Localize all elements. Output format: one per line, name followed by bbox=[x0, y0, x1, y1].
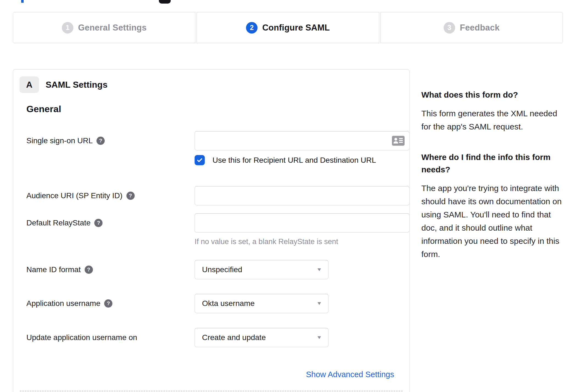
audience-uri-input[interactable] bbox=[195, 186, 410, 205]
sidebar-heading-what: What does this form do? bbox=[421, 89, 565, 101]
wizard-stepper: 1 General Settings 2 Configure SAML 3 Fe… bbox=[13, 12, 563, 43]
chevron-down-icon: ▼ bbox=[316, 301, 322, 306]
recipient-url-checkbox-row: Use this for Recipient URL and Destinati… bbox=[195, 155, 410, 165]
step-number-badge: 3 bbox=[444, 22, 455, 34]
name-id-format-value: Unspecified bbox=[202, 265, 242, 274]
chevron-down-icon: ▼ bbox=[316, 267, 322, 272]
general-group-title: General bbox=[26, 104, 61, 114]
audience-uri-label: Audience URI (SP Entity ID) bbox=[26, 191, 123, 200]
section-dashed-divider bbox=[20, 391, 403, 391]
update-app-username-value: Create and update bbox=[202, 333, 266, 342]
update-app-username-select[interactable]: Create and update ▼ bbox=[195, 328, 328, 347]
name-id-format-select[interactable]: Unspecified ▼ bbox=[195, 260, 328, 279]
update-app-username-label: Update application username on bbox=[26, 333, 137, 342]
step-number-badge: 1 bbox=[62, 22, 73, 34]
chevron-down-icon: ▼ bbox=[316, 335, 322, 340]
recipient-url-checkbox-label: Use this for Recipient URL and Destinati… bbox=[212, 156, 376, 165]
step-number-badge: 2 bbox=[246, 22, 258, 34]
configure-saml-page: 1 General Settings 2 Configure SAML 3 Fe… bbox=[0, 0, 575, 392]
step-label: Feedback bbox=[460, 23, 500, 33]
sidebar-body-where: The app you're trying to integrate with … bbox=[421, 182, 565, 261]
help-icon[interactable]: ? bbox=[96, 137, 105, 145]
recipient-url-checkbox[interactable] bbox=[195, 155, 205, 165]
sso-url-label: Single sign-on URL bbox=[26, 136, 93, 145]
step-label: Configure SAML bbox=[262, 23, 330, 33]
show-advanced-settings-link[interactable]: Show Advanced Settings bbox=[306, 370, 394, 379]
step-label: General Settings bbox=[78, 23, 147, 33]
name-id-format-label: Name ID format bbox=[26, 265, 81, 274]
cut-off-dark-fragment bbox=[159, 0, 171, 4]
section-a-badge: A bbox=[20, 76, 39, 93]
app-username-label: Application username bbox=[26, 299, 100, 308]
help-icon[interactable]: ? bbox=[126, 192, 135, 200]
relay-state-hint: If no value is set, a blank RelayState i… bbox=[195, 238, 410, 246]
app-username-label-wrap: Application username ? bbox=[26, 294, 112, 313]
cut-off-blue-fragment bbox=[21, 0, 24, 3]
sidebar-body-what: This form generates the XML needed for t… bbox=[421, 107, 565, 133]
help-icon[interactable]: ? bbox=[85, 266, 93, 274]
help-sidebar: What does this form do? This form genera… bbox=[421, 89, 565, 278]
step-feedback[interactable]: 3 Feedback bbox=[380, 12, 563, 43]
relay-state-label-wrap: Default RelayState ? bbox=[26, 213, 103, 233]
help-icon[interactable]: ? bbox=[94, 219, 103, 227]
sso-url-input[interactable] bbox=[195, 131, 410, 150]
step-general-settings[interactable]: 1 General Settings bbox=[13, 12, 195, 43]
app-username-value: Okta username bbox=[202, 299, 255, 308]
name-id-format-label-wrap: Name ID format ? bbox=[26, 260, 93, 279]
update-app-username-label-wrap: Update application username on bbox=[26, 328, 137, 347]
help-icon[interactable]: ? bbox=[104, 299, 112, 308]
saml-settings-panel: A SAML Settings General Single sign-on U… bbox=[13, 69, 410, 392]
sidebar-heading-where: Where do I find the info this form needs… bbox=[421, 151, 565, 176]
checkmark-icon bbox=[196, 157, 203, 164]
step-configure-saml[interactable]: 2 Configure SAML bbox=[197, 12, 379, 43]
audience-uri-label-wrap: Audience URI (SP Entity ID) ? bbox=[26, 186, 135, 205]
contact-card-icon bbox=[392, 136, 405, 146]
panel-title: SAML Settings bbox=[46, 76, 107, 93]
app-username-select[interactable]: Okta username ▼ bbox=[195, 294, 328, 313]
relay-state-label: Default RelayState bbox=[26, 219, 90, 227]
sso-url-label-wrap: Single sign-on URL ? bbox=[26, 131, 105, 150]
relay-state-input[interactable] bbox=[195, 213, 410, 233]
